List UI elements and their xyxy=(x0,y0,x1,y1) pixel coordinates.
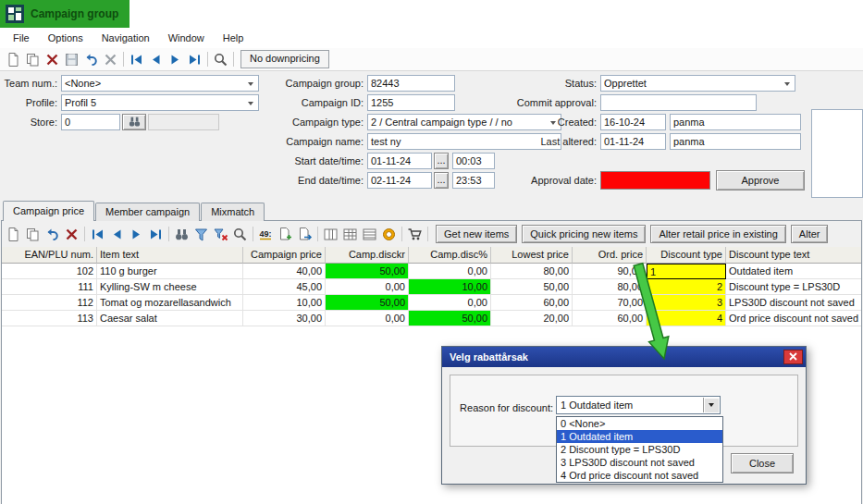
quick-pricing-new-items-button[interactable]: Quick pricing new items xyxy=(522,225,646,243)
status-select[interactable]: Opprettet xyxy=(600,75,795,92)
save-icon[interactable] xyxy=(62,50,81,69)
start-time-input[interactable]: 00:03 xyxy=(452,153,495,169)
cell-disckr[interactable]: 50,00 xyxy=(326,295,409,311)
cell-ean[interactable]: 112 xyxy=(2,295,97,311)
menu-file[interactable]: File xyxy=(4,28,39,48)
tab-mixmatch[interactable]: Mixmatch xyxy=(201,203,265,221)
last-record-icon[interactable] xyxy=(146,225,166,244)
cell-dtypetext[interactable]: Outdated item xyxy=(726,264,861,279)
column-header-disckr[interactable]: Camp.disckr xyxy=(326,247,409,264)
dropdown-option[interactable]: 0 <None> xyxy=(557,417,722,430)
cell-dtypetext[interactable]: LPS30D discount not saved xyxy=(726,295,861,311)
cell-price[interactable]: 45,00 xyxy=(243,279,326,295)
dropdown-option[interactable]: 4 Ord price discount not saved xyxy=(557,469,722,482)
columns-icon[interactable] xyxy=(360,225,379,244)
cell-lowest[interactable]: 60,00 xyxy=(491,295,573,311)
column-header-lowest[interactable]: Lowest price xyxy=(491,247,573,264)
cell-dtype[interactable]: 4 xyxy=(647,311,726,326)
table-row[interactable]: 111Kylling-SW m cheese45,000,0010,0050,0… xyxy=(2,279,861,295)
column-header-ean[interactable]: EAN/PLU num. xyxy=(2,247,97,264)
copy-icon[interactable] xyxy=(23,50,43,69)
new-document-icon[interactable] xyxy=(4,50,23,69)
next-record-icon[interactable] xyxy=(127,225,146,244)
zoom-icon[interactable] xyxy=(230,225,250,244)
cell-price[interactable]: 40,00 xyxy=(243,264,326,279)
start-date-input[interactable]: 01-11-24 xyxy=(367,153,432,169)
menu-navigation[interactable]: Navigation xyxy=(92,28,159,48)
cart-icon[interactable] xyxy=(405,225,425,244)
chevron-down-icon[interactable] xyxy=(703,398,719,412)
cell-discpct[interactable]: 50,00 xyxy=(409,311,491,326)
cell-item[interactable]: Caesar salat xyxy=(97,311,243,326)
new-document-icon[interactable] xyxy=(4,225,23,244)
export-page-icon[interactable] xyxy=(295,225,314,244)
menu-help[interactable]: Help xyxy=(214,28,253,48)
end-date-input[interactable]: 02-11-24 xyxy=(367,172,432,189)
store-input[interactable]: 0 xyxy=(61,114,120,130)
get-new-items-button[interactable]: Get new items xyxy=(436,225,517,243)
target-icon[interactable] xyxy=(379,225,399,244)
cell-dtype[interactable]: 3 xyxy=(647,295,726,311)
cell-item[interactable]: Kylling-SW m cheese xyxy=(97,279,243,295)
search-icon[interactable] xyxy=(211,50,230,69)
tab-campaign-price[interactable]: Campaign price xyxy=(3,201,94,221)
copy-icon[interactable] xyxy=(23,225,43,244)
commit-approval-input[interactable] xyxy=(600,94,757,111)
column-header-ord[interactable]: Ord. price xyxy=(573,247,647,264)
column-header-item[interactable]: Item text xyxy=(97,247,243,264)
column-header-price[interactable]: Campaign price xyxy=(243,247,326,264)
prev-record-icon[interactable] xyxy=(146,50,166,69)
clear-filter-icon[interactable] xyxy=(211,225,230,244)
cell-ord[interactable]: 80,00 xyxy=(573,279,647,295)
cell-ean[interactable]: 113 xyxy=(2,311,97,326)
add-page-icon[interactable] xyxy=(276,225,295,244)
cell-discpct[interactable]: 0,00 xyxy=(409,264,491,279)
start-date-browse-button[interactable]: ... xyxy=(434,153,449,169)
binoculars-icon[interactable] xyxy=(172,225,191,244)
column-header-dtypetext[interactable]: Discount type text xyxy=(726,247,861,264)
cell-ean[interactable]: 102 xyxy=(2,264,97,279)
close-button[interactable]: Close xyxy=(731,453,794,473)
reason-for-discount-select[interactable]: 1 Outdated item xyxy=(556,396,721,414)
prev-record-icon[interactable] xyxy=(107,225,127,244)
undo-icon[interactable] xyxy=(43,225,62,244)
menu-options[interactable]: Options xyxy=(39,28,92,48)
dropdown-option[interactable]: 2 Discount type = LPS30D xyxy=(557,443,722,456)
dropdown-option[interactable]: 3 LPS30D discount not saved xyxy=(557,456,722,469)
approval-date-field[interactable] xyxy=(600,171,710,190)
cell-dtypetext[interactable]: Discount type = LPS30D xyxy=(726,279,861,295)
table-icon[interactable] xyxy=(340,225,360,244)
first-record-icon[interactable] xyxy=(88,225,107,244)
team-num-select[interactable]: <None> xyxy=(61,75,259,92)
undo-icon[interactable] xyxy=(81,50,101,69)
alter-button[interactable]: Alter xyxy=(791,225,829,243)
cell-price[interactable]: 30,00 xyxy=(243,311,326,326)
cell-dtype[interactable]: 1 xyxy=(647,264,726,279)
campaign-group-input[interactable]: 82443 xyxy=(367,75,455,92)
cell-ord[interactable]: 90,00 xyxy=(573,264,647,279)
column-header-discpct[interactable]: Camp.disc% xyxy=(409,247,491,264)
cell-item[interactable]: Tomat og mozarellasandwich xyxy=(97,295,243,311)
last-record-icon[interactable] xyxy=(185,50,204,69)
table-row[interactable]: 113Caesar salat30,000,0050,0020,0060,004… xyxy=(2,311,861,326)
cell-discpct[interactable]: 10,00 xyxy=(409,279,491,295)
dialog-close-button[interactable] xyxy=(783,350,803,364)
cancel-icon[interactable] xyxy=(101,50,120,69)
cell-lowest[interactable]: 50,00 xyxy=(491,279,573,295)
cell-dtype[interactable]: 2 xyxy=(647,279,726,295)
hsplit-icon[interactable] xyxy=(321,225,340,244)
next-record-icon[interactable] xyxy=(166,50,185,69)
menu-window[interactable]: Window xyxy=(159,28,214,48)
price-49-icon[interactable]: 49: xyxy=(256,225,276,244)
approve-button[interactable]: Approve xyxy=(716,170,805,191)
table-row[interactable]: 102110 g burger40,0050,000,0080,0090,001… xyxy=(2,264,861,279)
cell-ord[interactable]: 70,00 xyxy=(573,295,647,311)
cell-disckr[interactable]: 50,00 xyxy=(326,264,409,279)
cell-price[interactable]: 10,00 xyxy=(243,295,326,311)
end-date-browse-button[interactable]: ... xyxy=(434,172,449,189)
cell-disckr[interactable]: 0,00 xyxy=(326,311,409,326)
delete-icon[interactable] xyxy=(62,225,81,244)
campaign-id-input[interactable]: 1255 xyxy=(367,94,455,111)
cell-ord[interactable]: 60,00 xyxy=(573,311,647,326)
store-lookup-button[interactable] xyxy=(122,114,146,130)
